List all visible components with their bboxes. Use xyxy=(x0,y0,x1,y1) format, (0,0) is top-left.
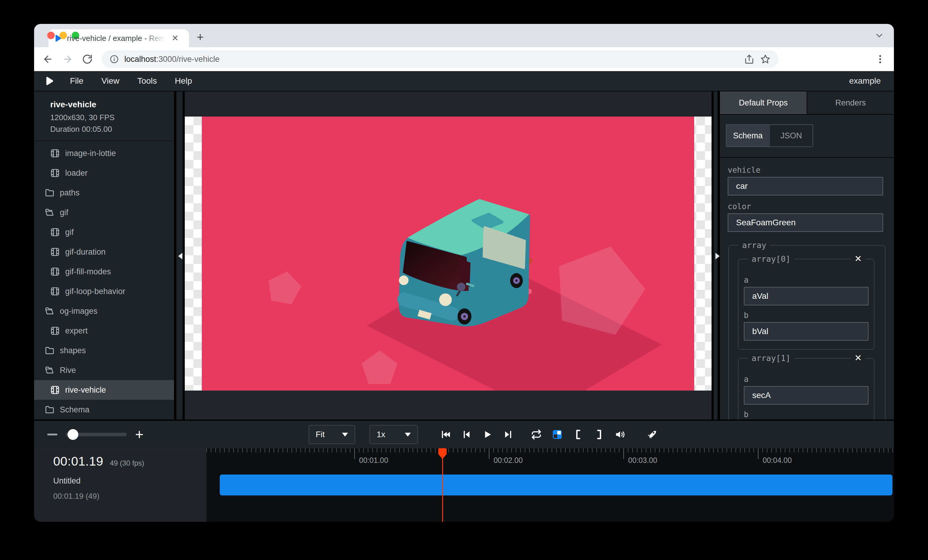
transparency-checkerboard-icon[interactable] xyxy=(552,429,563,440)
sidebar-item-gif-loop-behavior[interactable]: gif-loop-behavior xyxy=(34,282,174,301)
bookmark-star-icon[interactable] xyxy=(760,54,771,65)
playhead-line xyxy=(442,448,443,522)
zoom-slider[interactable] xyxy=(66,433,127,436)
zoom-out-icon[interactable] xyxy=(47,434,57,435)
compositions-sidebar: rive-vehicle 1200x630, 30 FPS Duration 0… xyxy=(34,91,176,420)
new-tab-button[interactable]: + xyxy=(197,31,204,43)
sidebar-item-loader[interactable]: loader xyxy=(34,163,174,183)
forward-icon[interactable] xyxy=(62,54,73,65)
sidebar-item-label: paths xyxy=(60,188,79,198)
site-info-icon[interactable] xyxy=(110,55,119,64)
tab-close-icon[interactable]: ✕ xyxy=(170,33,180,44)
array-fieldset: array array[0] ✕ a aVal b bVal array[1] … xyxy=(728,245,885,420)
props-panel-tabs: Default Props Renders xyxy=(720,91,894,115)
skip-to-start-icon[interactable] xyxy=(440,429,451,440)
array-0-b-value: bVal xyxy=(752,327,768,336)
browser-window: rive-vehicle / example - Remot ✕ + local… xyxy=(34,24,894,522)
remotion-menubar: File View Tools Help example xyxy=(34,71,894,91)
array-1-a-input[interactable]: secA xyxy=(744,386,868,405)
b-label: b xyxy=(744,410,868,419)
out-point-icon[interactable] xyxy=(594,429,604,440)
fit-dropdown[interactable]: Fit xyxy=(308,425,355,444)
loop-icon[interactable] xyxy=(531,429,542,440)
folder-open-icon xyxy=(45,365,54,375)
sidebar-item-og-images[interactable]: og-images xyxy=(34,301,174,321)
film-icon xyxy=(50,286,60,296)
timeline-info: 00:01.19 49 (30 fps) Untitled 00:01.19 (… xyxy=(34,448,206,522)
collapse-left-icon[interactable] xyxy=(178,253,182,259)
close-window-button[interactable] xyxy=(47,32,55,39)
composition-canvas[interactable] xyxy=(185,117,711,391)
panel-collapse-gutter[interactable] xyxy=(711,91,720,420)
sidebar-item-gif[interactable]: gif xyxy=(34,222,174,242)
current-time: 00:01.19 xyxy=(53,454,104,469)
film-icon xyxy=(50,326,60,336)
film-icon xyxy=(50,267,60,276)
sidebar-item-image-in-lottie[interactable]: image-in-lottie xyxy=(34,143,174,163)
playhead-handle[interactable] xyxy=(438,448,447,459)
reload-icon[interactable] xyxy=(82,54,93,65)
timeline-track-area[interactable]: 00:01.00 00:02.00 00:03.00 00:04.00 xyxy=(206,448,894,522)
previous-frame-icon[interactable] xyxy=(461,429,472,440)
in-point-icon[interactable] xyxy=(573,429,584,440)
sidebar-item-schema[interactable]: Schema xyxy=(34,400,174,420)
sidebar-item-expert[interactable]: expert xyxy=(34,321,174,341)
minimize-window-button[interactable] xyxy=(60,32,67,39)
remove-array-0-button[interactable]: ✕ xyxy=(851,253,865,264)
volume-icon[interactable] xyxy=(615,429,626,440)
tab-default-props[interactable]: Default Props xyxy=(720,91,807,114)
share-icon[interactable] xyxy=(744,54,755,65)
rocket-icon[interactable] xyxy=(646,429,657,440)
toggle-json[interactable]: JSON xyxy=(769,125,813,146)
menu-file[interactable]: File xyxy=(62,76,91,86)
toggle-schema[interactable]: Schema xyxy=(727,125,769,146)
sidebar-item-shapes[interactable]: shapes xyxy=(34,341,174,361)
menu-view[interactable]: View xyxy=(93,76,127,86)
array-0-legend: array[0] xyxy=(748,254,794,263)
timeline-ruler[interactable] xyxy=(206,448,894,452)
props-panel-body: Schema JSON vehicle car color SeaFoamGre… xyxy=(720,115,894,420)
browser-menu-icon[interactable] xyxy=(875,54,885,65)
ruler-tick xyxy=(489,448,489,459)
sidebar-item-gif-fill-modes[interactable]: gif-fill-modes xyxy=(34,262,174,282)
array-0-b-input[interactable]: bVal xyxy=(744,322,868,341)
menu-tools[interactable]: Tools xyxy=(130,76,165,86)
remove-array-1-button[interactable]: ✕ xyxy=(851,353,865,364)
tab-title: rive-vehicle / example - Remot xyxy=(67,34,166,43)
speed-value: 1x xyxy=(377,430,385,439)
color-input[interactable]: SeaFoamGreen xyxy=(728,213,883,232)
sidebar-item-label: shapes xyxy=(60,346,86,355)
timeline-track-bar[interactable] xyxy=(220,475,893,495)
sidebar-item-rive-vehicle[interactable]: rive-vehicle xyxy=(34,380,174,400)
play-icon[interactable] xyxy=(482,429,493,440)
sidebar-item-gif-folder[interactable]: gif xyxy=(34,202,174,222)
zoom-in-icon[interactable]: + xyxy=(135,427,143,442)
remotion-logo-icon[interactable] xyxy=(44,76,54,86)
folder-open-icon xyxy=(45,208,54,217)
composition-meta: 1200x630, 30 FPS xyxy=(50,113,174,122)
vehicle-illustration xyxy=(202,117,694,391)
zoom-slider-thumb[interactable] xyxy=(67,429,78,440)
sidebar-item-label: Rive xyxy=(60,366,76,375)
film-icon xyxy=(50,385,60,395)
tab-search-chevron-icon[interactable] xyxy=(874,30,884,41)
url-input[interactable]: localhost:3000/rive-vehicle xyxy=(102,50,778,68)
folder-icon xyxy=(45,346,54,355)
sidebar-item-label: Schema xyxy=(60,405,89,414)
sidebar-item-rive-folder[interactable]: Rive xyxy=(34,361,174,380)
speed-dropdown[interactable]: 1x xyxy=(369,425,418,444)
composition-list: image-in-lottie loader paths gif gif gif… xyxy=(34,141,174,420)
sidebar-item-gif-duration[interactable]: gif-duration xyxy=(34,242,174,262)
url-path: :3000/rive-vehicle xyxy=(156,55,220,64)
sidebar-collapse-gutter[interactable] xyxy=(176,91,185,420)
next-frame-icon[interactable] xyxy=(503,429,514,440)
vehicle-input[interactable]: car xyxy=(728,177,883,195)
collapse-right-icon[interactable] xyxy=(716,253,720,259)
browser-address-bar: localhost:3000/rive-vehicle xyxy=(34,47,894,71)
tab-renders[interactable]: Renders xyxy=(807,91,894,114)
menu-help[interactable]: Help xyxy=(167,76,200,86)
film-icon xyxy=(50,149,60,158)
array-0-a-input[interactable]: aVal xyxy=(744,287,868,305)
back-icon[interactable] xyxy=(43,54,53,65)
sidebar-item-paths[interactable]: paths xyxy=(34,183,174,202)
